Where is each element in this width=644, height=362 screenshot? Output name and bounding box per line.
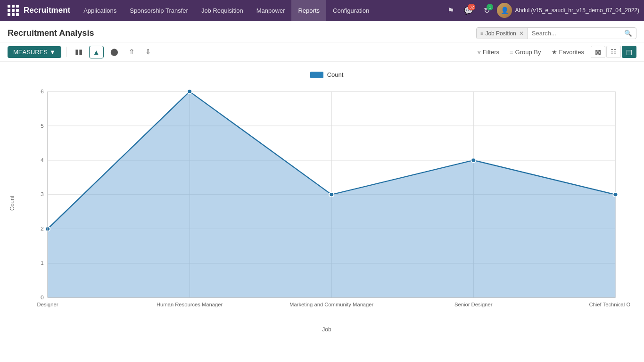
svg-text:3: 3: [41, 191, 44, 197]
pie-chart-button[interactable]: ⬤: [107, 45, 122, 58]
chart-view-button[interactable]: ▤: [622, 46, 636, 58]
groupby-icon: ≡: [510, 49, 513, 56]
main-menu: ApplicationsSponsorship TransferJob Requ…: [77, 0, 443, 21]
star-icon: ★: [552, 49, 557, 56]
filters-button[interactable]: ▿ Filters: [474, 47, 503, 58]
svg-point-23: [471, 158, 476, 162]
search-bar: ≡ Job Position ✕ 🔍: [476, 27, 636, 39]
sort-desc-button[interactable]: ⇩: [141, 45, 155, 58]
updates-icon[interactable]: ↻ 1: [479, 3, 494, 18]
svg-text:2: 2: [41, 226, 44, 231]
nav-item-sponsorship-transfer[interactable]: Sponsorship Transfer: [123, 0, 195, 21]
toolbar: MEASURES ▼ ▮▮ ▲ ⬤ ⇧ ⇩ ▿ Filters ≡ Group …: [0, 42, 644, 62]
chart-legend: Count: [24, 71, 630, 78]
bar-chart-button[interactable]: ▮▮: [71, 45, 86, 58]
top-navigation: Recruitment ApplicationsSponsorship Tran…: [0, 0, 644, 21]
brand-name: Recruitment: [22, 6, 77, 15]
chart-container: 0123456DesignerHuman Resources ManagerMa…: [24, 83, 630, 323]
legend-color-swatch: [310, 72, 323, 78]
svg-text:Marketing and Community Manage: Marketing and Community Manager: [289, 302, 374, 307]
svg-point-22: [329, 192, 334, 197]
search-button[interactable]: 🔍: [620, 28, 636, 39]
username-label[interactable]: Abdul (v15_e_saudi_hr_v15_demo_07_04_202…: [515, 7, 639, 14]
messages-badge: 32: [468, 4, 475, 10]
chart-area: Count 0123456DesignerHuman Resources Man…: [0, 62, 644, 349]
svg-text:4: 4: [41, 157, 44, 163]
line-chart-svg: 0123456DesignerHuman Resources ManagerMa…: [24, 83, 630, 323]
x-axis-label: Job: [24, 326, 630, 333]
search-tag-close[interactable]: ✕: [519, 30, 524, 37]
apps-menu-button[interactable]: [5, 0, 22, 21]
svg-text:5: 5: [41, 123, 44, 128]
toolbar-right: ▿ Filters ≡ Group By ★ Favorites ▩ ☷ ▤: [474, 46, 636, 58]
search-tag-label: Job Position: [485, 30, 516, 37]
updates-badge: 1: [487, 4, 493, 10]
tag-list-icon: ≡: [480, 31, 483, 36]
svg-text:1: 1: [41, 260, 44, 266]
svg-text:6: 6: [41, 88, 44, 94]
line-chart-button[interactable]: ▲: [89, 46, 104, 58]
avatar[interactable]: 👤: [497, 3, 512, 18]
nav-item-manpower[interactable]: Manpower: [250, 0, 292, 21]
dropdown-arrow-icon: ▼: [50, 49, 56, 56]
svg-point-24: [613, 192, 618, 197]
list-view-button[interactable]: ☷: [606, 46, 621, 58]
activity-icon[interactable]: ⚑: [443, 3, 458, 18]
page-header: Recruitment Analysis ≡ Job Position ✕ 🔍: [0, 21, 644, 42]
filter-icon: ▿: [478, 49, 481, 56]
nav-item-configuration[interactable]: Configuration: [326, 0, 376, 21]
sort-asc-button[interactable]: ⇧: [125, 45, 139, 58]
svg-text:Human Resources Manager: Human Resources Manager: [157, 302, 223, 307]
top-nav-right: ⚑ 💬 32 ↻ 1 👤 Abdul (v15_e_saudi_hr_v15_d…: [443, 3, 639, 18]
measures-button[interactable]: MEASURES ▼: [8, 46, 61, 58]
svg-text:0: 0: [41, 295, 44, 300]
view-toggle: ▩ ☷ ▤: [591, 46, 636, 58]
svg-text:Chief Technical Officer: Chief Technical Officer: [589, 302, 630, 307]
y-axis-label: Count: [9, 196, 16, 211]
search-tag-job-position[interactable]: ≡ Job Position ✕: [477, 28, 528, 39]
legend-label: Count: [327, 71, 344, 78]
nav-item-job-requisition[interactable]: Job Requisition: [195, 0, 250, 21]
toolbar-separator: [66, 47, 66, 57]
kanban-view-button[interactable]: ▩: [591, 46, 605, 58]
groupby-button[interactable]: ≡ Group By: [506, 47, 545, 58]
messages-icon[interactable]: 💬 32: [461, 3, 476, 18]
search-input[interactable]: [528, 28, 620, 39]
nav-item-applications[interactable]: Applications: [77, 0, 123, 21]
favorites-button[interactable]: ★ Favorites: [548, 47, 588, 58]
svg-text:Senior Designer: Senior Designer: [454, 302, 493, 307]
page-title: Recruitment Analysis: [8, 28, 469, 38]
nav-item-reports[interactable]: Reports: [291, 0, 326, 21]
svg-text:Designer: Designer: [37, 302, 58, 307]
svg-point-21: [187, 90, 192, 94]
